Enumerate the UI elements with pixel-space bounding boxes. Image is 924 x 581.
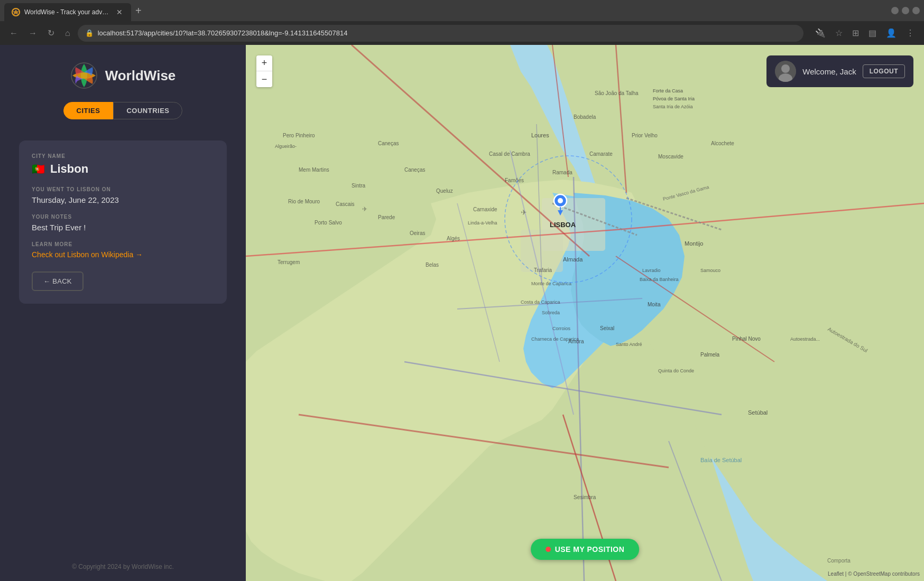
tab-countries[interactable]: COUNTRIES <box>113 102 182 119</box>
back-button[interactable]: ← BACK <box>32 271 84 291</box>
svg-text:Pinhal Novo: Pinhal Novo <box>732 336 761 342</box>
svg-text:Cascais: Cascais <box>336 201 355 207</box>
svg-text:Santo André: Santo André <box>616 342 642 347</box>
map-area[interactable]: Welcome, Jack LOGOUT + − <box>246 45 924 581</box>
extensions-icon[interactable]: 🔌 <box>812 26 829 40</box>
svg-text:Queluz: Queluz <box>436 188 453 194</box>
svg-text:Corroios: Corroios <box>552 326 571 331</box>
svg-text:Trafaria: Trafaria <box>534 267 552 273</box>
svg-text:Rio de Mouro: Rio de Mouro <box>288 199 320 204</box>
city-card: CITY NAME 🇵🇹 Lisbon YOU WENT TO LISBON O… <box>19 140 227 304</box>
tab-close-btn[interactable]: ✕ <box>115 7 124 17</box>
svg-text:Póvoa de Santa Iria: Póvoa de Santa Iria <box>653 96 695 101</box>
sidebar-toggle-icon[interactable]: ▤ <box>865 26 880 40</box>
svg-text:Setúbal: Setúbal <box>748 409 768 416</box>
svg-text:Moscavide: Moscavide <box>658 154 683 160</box>
tab-cities[interactable]: CITIES <box>63 102 114 119</box>
svg-text:Autoestrada...: Autoestrada... <box>790 336 820 342</box>
svg-text:Sobreda: Sobreda <box>542 310 560 315</box>
bookmark-star-icon[interactable]: ☆ <box>832 26 846 40</box>
wikipedia-link[interactable]: Check out Lisbon on Wikipedia → <box>32 250 214 259</box>
extensions-puzzle-icon[interactable]: ⊞ <box>849 26 862 40</box>
use-position-btn[interactable]: USE MY POSITION <box>531 539 640 560</box>
svg-text:Moita: Moita <box>648 302 661 307</box>
nav-home-btn[interactable]: ⌂ <box>62 26 73 40</box>
svg-text:Amora: Amora <box>568 339 584 344</box>
svg-text:Carnaxide: Carnaxide <box>473 207 497 212</box>
tab-title: WorldWise - Track your advent... <box>24 8 111 16</box>
nav-back-btn[interactable]: ← <box>6 26 21 40</box>
browser-actions: 🔌 ☆ ⊞ ▤ 👤 ⋮ <box>812 26 918 40</box>
city-name: Lisbon <box>50 162 88 176</box>
svg-text:Santa Iria de Azóia: Santa Iria de Azóia <box>653 104 693 109</box>
browser-menu-icon[interactable]: ⋮ <box>903 26 918 40</box>
zoom-out-btn[interactable]: − <box>256 71 272 87</box>
learn-more-section: LEARN MORE Check out Lisbon on Wikipedia… <box>32 241 214 259</box>
svg-text:Montijo: Montijo <box>685 240 703 247</box>
svg-text:Sintra: Sintra <box>352 183 366 189</box>
logo-area: WorldWise <box>70 62 176 89</box>
svg-text:Alcochete: Alcochete <box>711 140 734 146</box>
new-tab-btn[interactable]: + <box>131 3 146 19</box>
svg-text:Comporta: Comporta <box>827 558 851 564</box>
svg-text:Prior Velho: Prior Velho <box>632 133 658 138</box>
visited-date: Thursday, June 22, 2023 <box>32 195 214 204</box>
address-bar[interactable]: 🔒 localhost:5173/app/cities/10?lat=38.70… <box>78 25 803 42</box>
nav-tabs: CITIES COUNTRIES <box>63 102 183 119</box>
city-name-label: CITY NAME <box>32 153 214 159</box>
svg-text:LISBOA: LISBOA <box>550 221 576 229</box>
svg-text:Belas: Belas <box>426 262 439 268</box>
window-close-btn[interactable] <box>912 7 920 14</box>
learn-more-label: LEARN MORE <box>32 241 214 247</box>
svg-text:Almada: Almada <box>563 256 583 263</box>
svg-text:✈: ✈ <box>362 205 367 213</box>
svg-point-87 <box>558 198 563 203</box>
zoom-in-btn[interactable]: + <box>256 55 272 71</box>
visited-section: YOU WENT TO LISBON ON Thursday, June 22,… <box>32 186 214 204</box>
svg-text:Ramada: Ramada <box>552 170 572 175</box>
position-dot-icon <box>546 547 551 552</box>
window-controls <box>891 7 920 14</box>
svg-text:Parede: Parede <box>378 214 395 220</box>
svg-text:Monte de Caparica: Monte de Caparica <box>531 281 571 286</box>
nav-refresh-btn[interactable]: ↻ <box>44 26 58 40</box>
sidebar: WorldWise CITIES COUNTRIES CITY NAME 🇵🇹 … <box>0 45 246 581</box>
svg-text:Mem Martins: Mem Martins <box>299 167 329 173</box>
window-maximize-btn[interactable] <box>902 7 909 14</box>
svg-text:Caneças: Caneças <box>404 167 425 173</box>
svg-text:Forte da Casa: Forte da Casa <box>653 88 683 93</box>
svg-text:Costa da Caparica: Costa da Caparica <box>521 299 560 305</box>
svg-text:São João da Talha: São João da Talha <box>595 90 639 96</box>
notes-label: YOUR NOTES <box>32 214 214 220</box>
worldwise-logo-icon <box>70 62 98 89</box>
svg-text:Lavradio: Lavradio <box>642 268 661 273</box>
city-flag-emoji: 🇵🇹 <box>32 163 45 175</box>
svg-text:Camarate: Camarate <box>589 151 613 157</box>
user-avatar-icon <box>775 61 796 82</box>
logo-text: WorldWise <box>105 68 176 84</box>
svg-text:Linda-a-Velha: Linda-a-Velha <box>468 220 497 226</box>
address-lock-icon: 🔒 <box>85 29 94 37</box>
window-minimize-btn[interactable] <box>891 7 899 14</box>
browser-chrome: WorldWise - Track your advent... ✕ + ← →… <box>0 0 924 45</box>
sidebar-content: CITY NAME 🇵🇹 Lisbon YOU WENT TO LISBON O… <box>0 130 246 552</box>
svg-point-5 <box>781 64 790 73</box>
notes-section: YOUR NOTES Best Trip Ever ! <box>32 214 214 232</box>
svg-text:Terrugem: Terrugem <box>278 259 300 265</box>
logout-button[interactable]: LOGOUT <box>863 64 905 78</box>
svg-text:Samouco: Samouco <box>700 268 720 273</box>
copyright-text: © Copyright 2024 by WorldWise inc. <box>72 563 174 570</box>
svg-text:Bobadela: Bobadela <box>574 114 596 120</box>
browser-tab-active[interactable]: WorldWise - Track your advent... ✕ <box>4 3 131 21</box>
svg-text:Caneças: Caneças <box>378 140 399 146</box>
welcome-text: Welcome, Jack <box>802 67 856 76</box>
svg-text:Algueirão-: Algueirão- <box>275 144 297 149</box>
nav-forward-btn[interactable]: → <box>25 26 40 40</box>
svg-text:Seixal: Seixal <box>600 325 614 331</box>
profile-icon[interactable]: 👤 <box>883 26 900 40</box>
map-svg: Loures Casal de Cambra Famões Ramada Cam… <box>246 45 924 581</box>
browser-tab-area: WorldWise - Track your advent... ✕ + <box>4 0 885 21</box>
sidebar-header: WorldWise CITIES COUNTRIES <box>0 45 246 130</box>
app-content: WorldWise CITIES COUNTRIES CITY NAME 🇵🇹 … <box>0 45 924 581</box>
address-url: localhost:5173/app/cities/10?lat=38.7026… <box>98 29 796 37</box>
